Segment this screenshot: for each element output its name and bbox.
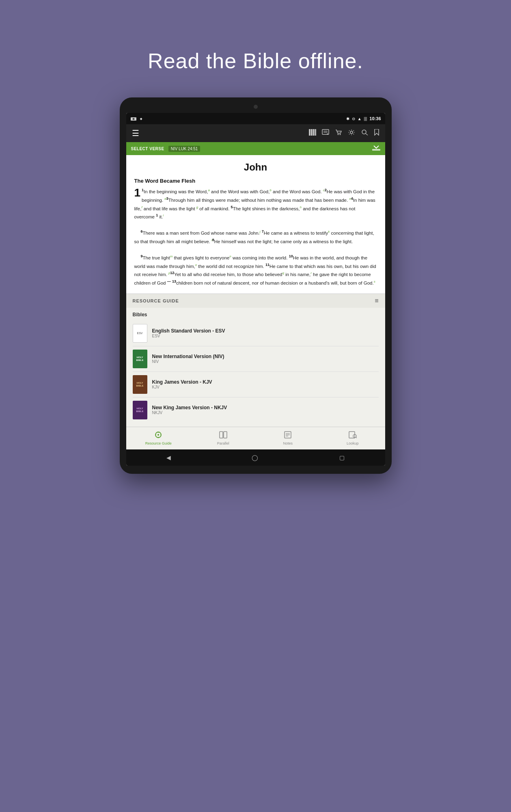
verse-num-12: 12 [170,271,174,275]
verse-reference[interactable]: NIV LUK 24:51 [168,146,201,152]
svg-rect-6 [315,129,316,136]
fn-i: i [163,214,164,217]
bottom-tabs: Resource Guide Parallel Notes Lookup [126,427,385,449]
niv-cover-text: HOLYBIBLE [136,356,144,362]
settings-icon[interactable] [348,129,355,137]
svg-point-1 [132,118,134,120]
signal-bars: ||| [364,117,367,121]
bibles-heading: Bibles [133,312,379,317]
fn-s: s [374,280,375,283]
svg-point-10 [337,134,339,135]
tab-lookup[interactable]: Lookup [320,427,385,449]
niv-abbr: NIV [152,359,379,364]
niv-info: New International Version (NIV) NIV [152,354,379,364]
tab-parallel[interactable]: Parallel [191,427,256,449]
fn-h: h [300,205,302,209]
kjv-cover: HOLYBIBLE [133,375,147,394]
resource-guide-menu-icon[interactable]: ≡ [375,297,378,304]
menu-button[interactable]: ☰ [132,128,139,138]
fn-r: r [310,271,312,275]
library-icon[interactable] [309,129,316,137]
verse-num-6: 6 [140,229,142,233]
verse-num-10: 10 [289,254,293,258]
svg-point-17 [157,434,159,436]
fn-m: m [170,255,173,258]
bible-item-niv[interactable]: HOLYBIBLE New International Version (NIV… [133,346,379,372]
tablet-screen: ✦ ✱ ⊖ ▲ ||| 10:36 ☰ [126,113,385,466]
fn-j: j [260,230,261,233]
nkjv-cover-text: HOLYBIBLE [136,407,144,413]
resource-guide-tab-label: Resource Guide [145,441,172,445]
fn-k: k [328,230,330,233]
niv-cover: HOLYBIBLE [133,350,147,368]
resource-guide-tab-icon [154,431,162,441]
svg-rect-15 [372,149,380,151]
kjv-info: King James Version - KJV KJV [152,379,379,389]
bible-item-esv[interactable]: ESV English Standard Version - ESV ESV [133,321,379,346]
esv-cover-text: ESV [137,332,142,335]
tablet-camera [254,105,258,109]
search-icon[interactable] [361,129,368,137]
svg-text:✦: ✦ [139,117,143,121]
status-right: ✱ ⊖ ▲ ||| 10:36 [346,116,381,121]
notes-icon[interactable] [322,129,329,137]
svg-rect-5 [313,129,315,136]
lookup-tab-label: Lookup [347,441,359,445]
section-heading: The Word Became Flesh [134,178,377,184]
clock: 10:36 [369,116,381,121]
bible-content: John The Word Became Flesh 1 1In the beg… [126,155,385,294]
chapter-number: 1 [134,187,141,199]
nkjv-name: New King James Version - NKJV [152,405,379,410]
battery-icon: ⊖ [352,117,355,121]
bible-text: 1 1In the beginning was the Word,a and t… [134,187,377,287]
parallel-tab-label: Parallel [217,441,229,445]
verse-num-5: 5 [231,205,233,209]
niv-name: New International Version (NIV) [152,354,379,359]
svg-line-14 [366,134,368,135]
bible-item-nkjv[interactable]: HOLYBIBLE New King James Version - NKJV … [133,397,379,423]
bookmark-icon[interactable] [374,129,379,137]
svg-line-30 [356,437,357,438]
fn-o: o [195,263,197,267]
status-bar: ✦ ✱ ⊖ ▲ ||| 10:36 [126,113,385,124]
fn-g: g [196,205,198,209]
svg-point-11 [339,134,341,135]
nkjv-abbr: NKJV [152,410,379,415]
recents-button[interactable]: ▢ [339,454,345,461]
bible-item-kjv[interactable]: HOLYBIBLE King James Version - KJV KJV [133,372,379,397]
verse-num-4: 4 [351,197,353,201]
back-button[interactable]: ◀ [166,454,171,461]
nkjv-info: New King James Version - NKJV NKJV [152,405,379,415]
verse-num-13: 13 [172,279,176,283]
book-title: John [134,162,377,173]
verse-num-1: 1 [142,188,144,192]
resource-guide-bar: RESOURCE GUIDE ≡ [126,294,385,308]
signal-icon: ✦ [139,116,145,121]
toolbar-icons [309,129,379,137]
cart-icon[interactable] [335,129,342,137]
tab-resource-guide[interactable]: Resource Guide [126,427,191,449]
home-button[interactable]: ◯ [252,454,258,461]
esv-cover: ESV [133,324,147,343]
kjv-cover-text: HOLYBIBLE [136,382,144,387]
fn-f: f [141,205,142,209]
bluetooth-icon: ✱ [346,117,349,121]
tab-notes[interactable]: Notes [256,427,321,449]
resource-guide-label: RESOURCE GUIDE [133,298,179,303]
app-toolbar: ☰ [126,124,385,142]
esv-name: English Standard Version - ESV [152,328,379,334]
verse-num-3: 3 [166,197,168,201]
wifi-icon: ▲ [358,117,362,121]
lookup-tab-icon [349,431,357,441]
kjv-abbr: KJV [152,385,379,389]
verse-bar-action-icon[interactable] [372,145,380,153]
svg-rect-3 [309,129,310,136]
fn-q: q [282,271,284,275]
verse-bar-left: SELECT VERSE NIV LUK 24:51 [131,146,201,152]
nkjv-cover: HOLYBIBLE [133,401,147,419]
esv-info: English Standard Version - ESV ESV [152,328,379,338]
select-verse-label[interactable]: SELECT VERSE [131,147,164,151]
verse-num-em: — [167,279,171,283]
svg-rect-22 [220,432,223,438]
verse-num-7: 7 [262,229,264,233]
